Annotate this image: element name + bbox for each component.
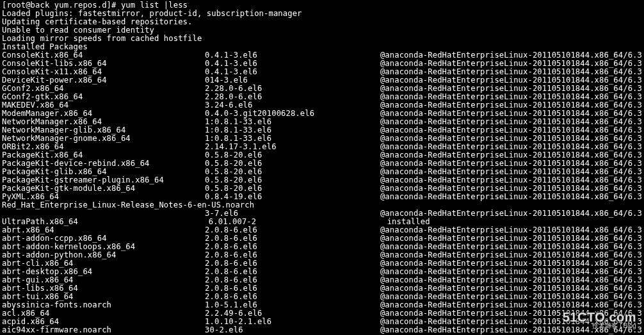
package-version: 30-2.el6 [205, 326, 380, 334]
package-row: aic94xx-firmware.noarch30-2.el6@anaconda… [2, 326, 642, 334]
package-row: 3-7.el6@anaconda-RedHatEnterpriseLinux-2… [2, 209, 642, 218]
package-repo: @anaconda-RedHatEnterpriseLinux-20110510… [380, 193, 642, 201]
package-name: Red_Hat_Enterprise_Linux-Release_Notes-6… [2, 201, 209, 209]
package-name: aic94xx-firmware.noarch [2, 326, 205, 334]
yum-header-line: Loading mirror speeds from cached hostfi… [2, 35, 642, 43]
package-repo: @anaconda-RedHatEnterpriseLinux-20110510… [380, 326, 642, 334]
terminal-window[interactable]: [root@back yum.repos.d]# yum list |less … [0, 0, 644, 335]
yum-header: Loaded plugins: fastestmirror, product-i… [2, 10, 642, 51]
package-list: ConsoleKit.x86_640.4.1-3.el6@anaconda-Re… [2, 51, 642, 334]
